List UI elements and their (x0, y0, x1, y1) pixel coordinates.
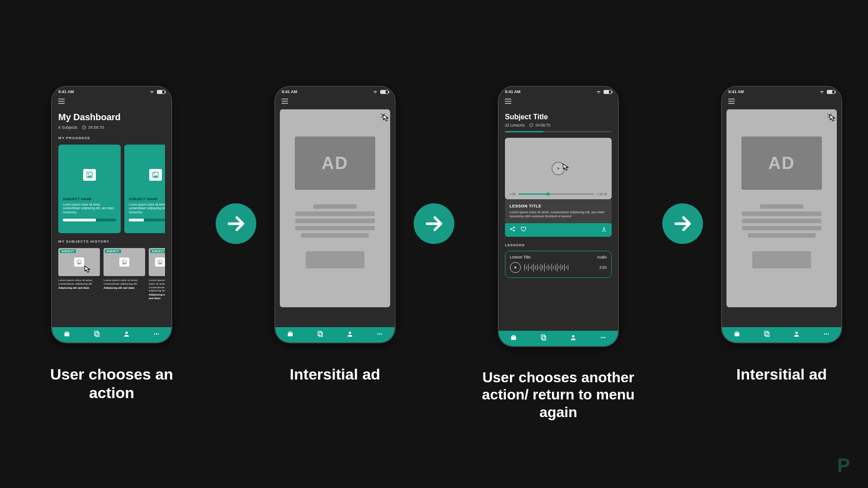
tab-more-icon[interactable] (823, 330, 830, 339)
tab-copy-icon[interactable] (93, 330, 100, 339)
subject-tag: SUBJECT (105, 249, 121, 253)
subject-name: SUBJECT NAME (63, 197, 116, 201)
wifi-icon (595, 90, 602, 94)
history-card[interactable]: SUBJECT Lorem ipsum dolor sit amet, cons… (149, 248, 165, 300)
image-placeholder-icon (119, 258, 129, 267)
tab-more-icon[interactable] (376, 330, 383, 339)
progress-card[interactable]: SUBJECT NAME Lorem ipsum dolor sit amet,… (58, 145, 121, 233)
audio-waveform (524, 263, 595, 272)
lesson-list-item[interactable]: Lesson Title Audio 3:50 (505, 251, 612, 278)
svg-point-8 (123, 261, 124, 262)
tab-home-icon[interactable] (63, 330, 71, 339)
subject-meta: 22 Lessons 04:56:70 (505, 123, 612, 127)
history-cards: SUBJECT Lorem ipsum dolor sit amet, cons… (58, 248, 165, 300)
caption-step-4: Intersitial ad (736, 365, 827, 384)
wifi-icon (819, 90, 825, 94)
status-bar: 9:41 AM (52, 87, 171, 95)
hamburger-menu-icon[interactable] (722, 95, 841, 107)
subject-title: Subject Title (505, 113, 612, 121)
history-card[interactable]: SUBJECT Lorem ipsum dolor sit amet, cons… (58, 248, 100, 300)
tab-copy-icon[interactable] (316, 330, 324, 339)
tab-more-icon[interactable] (153, 330, 160, 339)
image-placeholder-icon (155, 258, 165, 267)
lessons-count: 22 Lessons (505, 123, 524, 127)
svg-point-36 (824, 333, 826, 335)
history-thumb: SUBJECT (58, 248, 100, 276)
tab-copy-icon[interactable] (540, 334, 547, 343)
tab-profile-icon[interactable] (123, 330, 130, 339)
svg-rect-12 (96, 333, 99, 337)
history-desc: Lorem ipsum dolor sit amet, consectetuer… (58, 278, 100, 290)
video-track[interactable] (519, 193, 594, 195)
progress-bar (63, 219, 116, 221)
svg-point-4 (154, 174, 156, 175)
step-3: 9:41 AM Subject Title 22 Lessons 04:56:7… (472, 86, 644, 421)
hamburger-menu-icon[interactable] (275, 95, 395, 107)
step-2: 9:41 AM AD (274, 86, 396, 384)
image-placeholder-icon (149, 169, 162, 181)
subject-desc: Lorem ipsum dolor sit amet, consectetuer… (129, 203, 165, 214)
svg-point-6 (78, 261, 79, 262)
status-indicators (595, 90, 612, 94)
subject-tag: SUBJECT (150, 249, 165, 253)
tab-more-icon[interactable] (599, 334, 607, 343)
tab-profile-icon[interactable] (793, 330, 800, 339)
status-bar: 9:41 AM (499, 87, 618, 95)
caption-step-2: Intersitial ad (290, 365, 380, 384)
ad-text-placeholder (294, 204, 376, 238)
ad-cta-button[interactable] (752, 251, 811, 268)
download-icon[interactable] (601, 226, 607, 234)
heart-icon[interactable] (520, 226, 527, 234)
history-desc: Lorem ipsum dolor sit amet, consectetuer… (104, 278, 145, 290)
video-player[interactable]: 1:00 1:30:20 (505, 138, 612, 199)
lesson-duration: 3:50 (599, 265, 607, 270)
subject-progress-bar (505, 131, 612, 132)
tab-home-icon[interactable] (733, 330, 741, 339)
svg-point-2 (88, 174, 90, 175)
hamburger-menu-icon[interactable] (499, 95, 618, 107)
svg-rect-18 (319, 333, 322, 337)
svg-point-19 (349, 332, 351, 334)
svg-rect-28 (542, 336, 546, 340)
hamburger-menu-icon[interactable] (52, 95, 171, 107)
tab-home-icon[interactable] (287, 330, 294, 339)
step-1: 9:41 AM My Dashboard 6 Subjects 34:56:70 (26, 86, 198, 402)
progress-section-label: MY PROGRESS (58, 136, 165, 140)
svg-point-22 (381, 333, 382, 335)
svg-point-38 (828, 333, 829, 335)
svg-point-14 (154, 333, 156, 335)
ad-cta-button[interactable] (306, 251, 364, 268)
phone-ad: 9:41 AM AD (274, 86, 396, 343)
subject-name: SUBJECT NAME (129, 197, 165, 201)
dashboard-content: My Dashboard 6 Subjects 34:56:70 MY PROG… (52, 107, 171, 300)
history-thumb: SUBJECT (104, 248, 145, 276)
subject-time: 04:56:70 (529, 123, 550, 127)
brand-logo: P (837, 455, 850, 476)
phone-ad: 9:41 AM AD (721, 86, 842, 343)
battery-icon (827, 90, 835, 94)
tab-home-icon[interactable] (510, 334, 517, 343)
status-time: 9:41 AM (728, 89, 744, 94)
svg-point-10 (159, 261, 160, 262)
lesson-play-icon[interactable] (510, 262, 521, 273)
video-progress: 1:00 1:30:20 (509, 192, 607, 196)
tab-bar (722, 327, 841, 343)
history-card[interactable]: SUBJECT Lorem ipsum dolor sit amet, cons… (104, 248, 145, 300)
share-icon[interactable] (509, 226, 516, 234)
subject-content: Subject Title 22 Lessons 04:56:70 1:00 (499, 107, 618, 278)
status-indicators (372, 90, 388, 94)
svg-point-15 (156, 333, 157, 335)
status-indicators (149, 90, 165, 94)
lesson-desc: Lorem ipsum dolor sit amet, consectetuer… (509, 210, 607, 219)
clock-icon (82, 125, 86, 130)
tab-copy-icon[interactable] (763, 330, 770, 339)
tab-profile-icon[interactable] (570, 334, 577, 343)
progress-card[interactable]: SUBJECT NAME Lorem ipsum dolor sit amet,… (124, 145, 165, 233)
tab-profile-icon[interactable] (346, 330, 354, 339)
svg-rect-33 (764, 331, 768, 335)
status-time: 9:41 AM (505, 89, 520, 94)
tab-bar (52, 327, 171, 343)
svg-rect-34 (766, 333, 769, 337)
svg-point-31 (603, 337, 604, 338)
svg-point-21 (379, 333, 381, 335)
